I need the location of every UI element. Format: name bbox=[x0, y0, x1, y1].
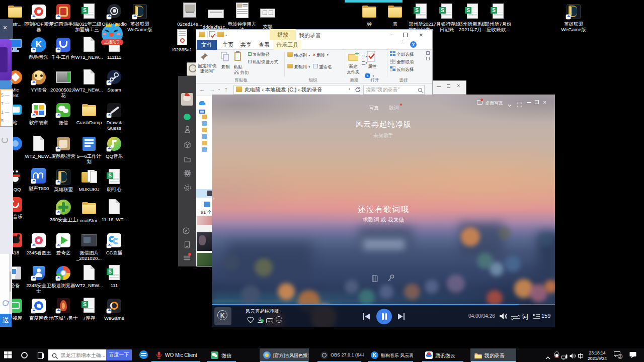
svg-text:2: 2 bbox=[619, 354, 621, 359]
